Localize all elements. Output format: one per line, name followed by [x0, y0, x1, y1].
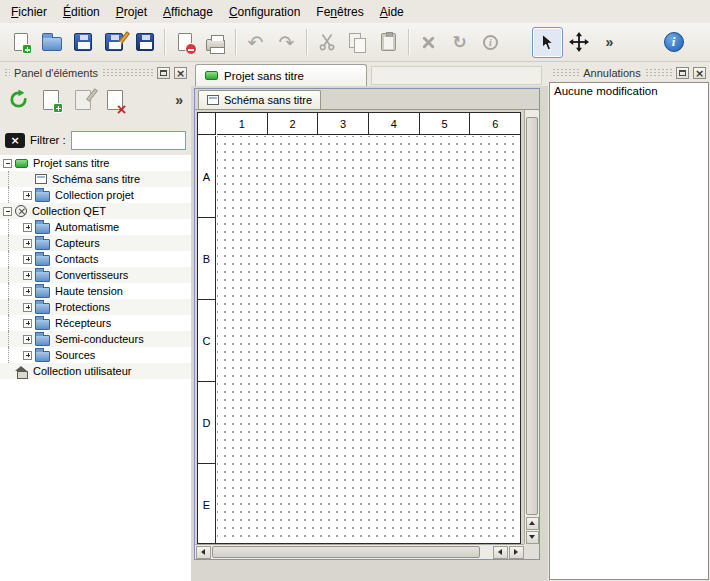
- menu-fichier[interactable]: Fichier: [3, 0, 55, 23]
- expand-icon[interactable]: [23, 303, 32, 312]
- folder-icon: [35, 303, 50, 314]
- cut-button[interactable]: [311, 27, 342, 58]
- select-mode-button[interactable]: [532, 27, 563, 58]
- expand-icon[interactable]: [23, 255, 32, 264]
- tree-item-schema[interactable]: Schéma sans titre: [0, 171, 191, 187]
- delete-element-icon: [107, 90, 123, 110]
- tree-item-capteurs[interactable]: Capteurs: [0, 235, 191, 251]
- column-header: 2: [268, 113, 319, 134]
- rotate-icon: ↻: [452, 34, 466, 51]
- edit-element-icon: [75, 90, 91, 110]
- tree-item-collection-utilisateur[interactable]: Collection utilisateur: [0, 363, 191, 379]
- panel-more-icon[interactable]: [175, 92, 183, 108]
- expand-icon[interactable]: [23, 191, 32, 200]
- edit-element-button[interactable]: [68, 85, 97, 114]
- column-headers: 1 2 3 4 5 6: [217, 113, 520, 135]
- tree-item-semi-conducteurs[interactable]: Semi-conducteurs: [0, 331, 191, 347]
- save-as-button[interactable]: [98, 27, 129, 58]
- tree-item-protections[interactable]: Protections: [0, 299, 191, 315]
- tree-item-projet[interactable]: Projet sans titre: [0, 155, 191, 171]
- menu-edition[interactable]: Édition: [55, 0, 108, 23]
- move-mode-button[interactable]: [563, 27, 594, 58]
- open-project-button[interactable]: [36, 27, 67, 58]
- vertical-scrollbar-thumb[interactable]: [526, 117, 538, 515]
- tree-item-haute-tension[interactable]: Haute tension: [0, 283, 191, 299]
- menu-configuration[interactable]: Configuration: [221, 0, 308, 23]
- float-dock-button[interactable]: [157, 67, 170, 79]
- clear-filter-button[interactable]: [5, 133, 25, 148]
- undo-button[interactable]: ↶: [240, 27, 271, 58]
- toolbar-more-button[interactable]: [594, 27, 625, 58]
- delete-icon: [421, 35, 436, 50]
- close-dock-button[interactable]: [693, 67, 706, 79]
- tree-guide: [8, 299, 23, 315]
- vertical-scrollbar[interactable]: [524, 110, 539, 544]
- collapse-icon[interactable]: [3, 159, 12, 168]
- tree-item-collection-projet[interactable]: Collection projet: [0, 187, 191, 203]
- horizontal-scrollbar[interactable]: [195, 544, 524, 559]
- project-icon: [15, 159, 28, 168]
- expand-icon[interactable]: [23, 239, 32, 248]
- print-button[interactable]: [200, 27, 231, 58]
- save-all-button[interactable]: [129, 27, 160, 58]
- tab-schema-sans-titre[interactable]: Schéma sans titre: [198, 90, 321, 109]
- mdi-area: Schéma sans titre 1 2 3 4 5 6 A: [191, 86, 548, 581]
- menu-affichage[interactable]: Affichage: [155, 0, 221, 23]
- delete-button[interactable]: [413, 27, 444, 58]
- diagram-tabbar: Schéma sans titre: [195, 89, 539, 110]
- home-icon: [15, 366, 28, 377]
- folder-icon: [35, 255, 50, 266]
- information-button[interactable]: [475, 27, 506, 58]
- tree-item-contacts[interactable]: Contacts: [0, 251, 191, 267]
- copy-button[interactable]: [342, 27, 373, 58]
- open-folder-icon: [42, 37, 62, 51]
- tree-item-automatisme[interactable]: Automatisme: [0, 219, 191, 235]
- tree-item-sources[interactable]: Sources: [0, 347, 191, 363]
- undo-dock-titlebar: Annulations: [550, 64, 708, 81]
- expand-icon[interactable]: [23, 319, 32, 328]
- scroll-left-button[interactable]: [196, 546, 211, 559]
- undo-history-list[interactable]: Aucune modification: [549, 82, 709, 580]
- scroll-down-button[interactable]: [526, 531, 539, 544]
- delete-element-button[interactable]: [100, 85, 129, 114]
- save-button[interactable]: [67, 27, 98, 58]
- menu-projet[interactable]: Projet: [108, 0, 155, 23]
- float-dock-button[interactable]: [676, 67, 689, 79]
- expand-icon[interactable]: [23, 223, 32, 232]
- reload-collections-button[interactable]: [4, 85, 33, 114]
- arrow-left-icon: [201, 549, 205, 555]
- new-element-button[interactable]: [36, 85, 65, 114]
- expand-icon[interactable]: [23, 287, 32, 296]
- menu-aide[interactable]: Aide: [372, 0, 412, 23]
- horizontal-scrollbar-thumb[interactable]: [212, 546, 480, 558]
- new-document-button[interactable]: [5, 27, 36, 58]
- column-header: 4: [369, 113, 420, 134]
- close-file-button[interactable]: [169, 27, 200, 58]
- scroll-right-button[interactable]: [509, 546, 524, 559]
- project-tabbar: Projet sans titre: [191, 62, 548, 86]
- undo-empty-text: Aucune modification: [554, 85, 658, 97]
- row-header: D: [198, 382, 215, 464]
- paste-button[interactable]: [373, 27, 404, 58]
- expand-icon[interactable]: [23, 351, 32, 360]
- diagram-grid[interactable]: [217, 136, 520, 543]
- tab-projet-sans-titre[interactable]: Projet sans titre: [195, 64, 367, 86]
- expand-icon[interactable]: [23, 271, 32, 280]
- close-dock-button[interactable]: [174, 67, 187, 79]
- expand-icon[interactable]: [23, 335, 32, 344]
- rotate-button[interactable]: ↻: [444, 27, 475, 58]
- scroll-up-button[interactable]: [526, 517, 539, 530]
- filter-input[interactable]: [71, 131, 186, 150]
- redo-button[interactable]: ↷: [271, 27, 302, 58]
- tabbar-empty-area: [371, 66, 542, 85]
- tree-item-collection-qet[interactable]: Collection QET: [0, 203, 191, 219]
- scroll-left-button-2[interactable]: [493, 546, 508, 559]
- tree-item-convertisseurs[interactable]: Convertisseurs: [0, 267, 191, 283]
- about-button[interactable]: [658, 27, 689, 58]
- collapse-icon[interactable]: [3, 207, 12, 216]
- save-as-icon: [105, 33, 123, 51]
- menu-fenetres[interactable]: Fenêtres: [308, 0, 371, 23]
- folder-icon: [35, 335, 50, 346]
- tree-item-recepteurs[interactable]: Récepteurs: [0, 315, 191, 331]
- folder-icon: [35, 319, 50, 330]
